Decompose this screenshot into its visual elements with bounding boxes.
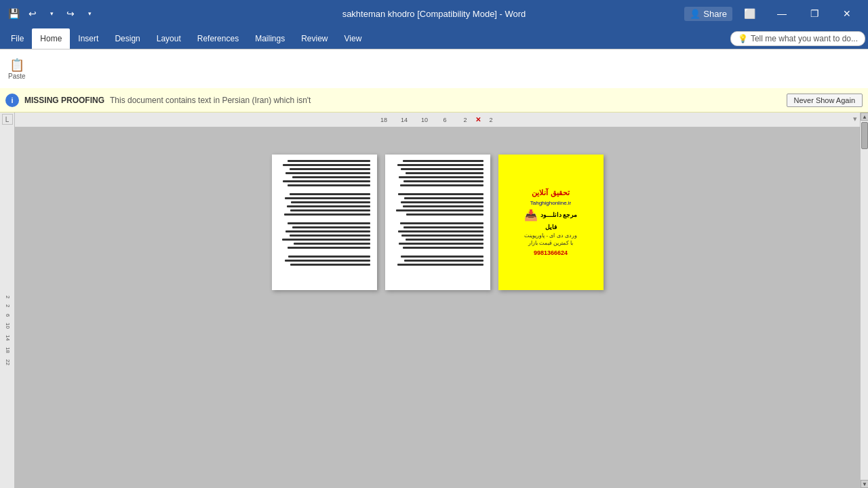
page-canvas: تحقیق آنلاین Tahghighonline.ir 📥 مرجع دا… <box>15 127 860 488</box>
text-line <box>401 256 484 258</box>
text-line <box>398 193 484 195</box>
save-icon[interactable]: 💾 <box>5 5 22 22</box>
pages-row: تحقیق آنلاین Tahghighonline.ir 📥 مرجع دا… <box>272 155 604 290</box>
notification-text: This document contains text in Persian (… <box>110 96 781 105</box>
window-controls: 👤 Share ⬜ — ❐ ✕ <box>679 3 863 24</box>
text-line <box>403 226 483 228</box>
text-line <box>292 226 370 228</box>
notification-title: MISSING PROOFING <box>24 96 104 105</box>
text-line <box>294 243 370 245</box>
ruler-number-list: 18 14 10 6 2 ✕ 2 <box>374 116 501 123</box>
text-line <box>401 235 483 237</box>
document-page-1[interactable] <box>272 155 377 290</box>
text-line <box>290 168 370 170</box>
ad-content: تحقیق آنلاین Tahghighonline.ir 📥 مرجع دا… <box>498 155 604 290</box>
tab-stop-indicator[interactable]: L <box>2 114 13 125</box>
ad-main-title: تحقیق آنلاین <box>532 188 569 197</box>
text-line <box>285 172 370 174</box>
ad-site: Tahghighonline.ir <box>530 200 572 206</box>
ad-line2: فایل <box>545 223 557 232</box>
text-line <box>399 243 483 245</box>
text-line <box>292 176 370 178</box>
text-line <box>285 197 370 199</box>
text-line <box>406 239 484 241</box>
tab-view[interactable]: View <box>336 28 370 49</box>
tab-layout[interactable]: Layout <box>149 28 189 49</box>
text-line <box>404 197 483 199</box>
undo-icon[interactable]: ↩ <box>24 5 41 22</box>
text-line <box>288 160 370 162</box>
text-line <box>400 222 484 224</box>
ribbon-display-button[interactable]: ⬜ <box>734 3 765 24</box>
tab-design[interactable]: Design <box>106 28 148 49</box>
restore-button[interactable]: ❐ <box>799 3 830 24</box>
text-line <box>282 239 370 241</box>
tab-insert[interactable]: Insert <box>70 28 106 49</box>
title-bar: 💾 ↩ ▾ ↪ ▾ sakhteman khodro [Compatibilit… <box>0 0 868 27</box>
ribbon: File Home Insert Design Layout Reference… <box>0 27 868 88</box>
text-line <box>401 201 484 203</box>
tab-references[interactable]: References <box>189 28 247 49</box>
ad-line3: وردی دی ای - پاورپوینت <box>524 232 577 239</box>
text-line <box>399 176 483 178</box>
text-line <box>406 214 483 216</box>
scroll-track[interactable] <box>861 121 868 480</box>
ad-line4: با کمترین قیمت بازار <box>528 239 574 247</box>
document-area: 18 14 10 6 2 ✕ 2 ▾ <box>15 113 860 488</box>
never-show-again-button[interactable]: Never Show Again <box>787 94 863 107</box>
text-line <box>401 168 484 170</box>
tab-mailings[interactable]: Mailings <box>247 28 293 49</box>
ad-phone: 9981366624 <box>534 249 568 256</box>
tab-home[interactable]: Home <box>32 28 70 49</box>
ribbon-tab-list: File Home Insert Design Layout Reference… <box>0 27 868 49</box>
vertical-ruler-numbers: 2 2 6 10 14 18 22 <box>5 296 10 365</box>
text-line <box>283 164 370 166</box>
text-line <box>404 260 483 262</box>
close-button[interactable]: ✕ <box>831 3 863 24</box>
scroll-thumb[interactable] <box>861 122 868 149</box>
text-line <box>284 214 370 216</box>
lightbulb-icon: 💡 <box>738 34 748 43</box>
document-page-3[interactable]: تحقیق آنلاین Tahghighonline.ir 📥 مرجع دا… <box>498 155 604 290</box>
text-line <box>396 209 483 211</box>
undo-dropdown-icon[interactable]: ▾ <box>43 5 60 22</box>
ruler-collapse-icon[interactable]: ▾ <box>853 115 857 123</box>
notification-icon: i <box>5 94 19 107</box>
left-ruler: L 2 2 6 10 14 18 22 <box>0 113 15 488</box>
text-line <box>290 193 370 195</box>
redo-icon[interactable]: ↪ <box>62 5 79 22</box>
tab-file[interactable]: File <box>3 28 32 49</box>
page2-content <box>385 155 490 271</box>
customize-qat-icon[interactable]: ▾ <box>81 5 98 22</box>
scroll-down-button[interactable]: ▼ <box>861 480 868 488</box>
tab-review[interactable]: Review <box>293 28 336 49</box>
quick-access-toolbar: 💾 ↩ ▾ ↪ ▾ <box>5 5 98 22</box>
tell-me-input[interactable]: 💡 Tell me what you want to do... <box>730 31 865 46</box>
main-area: L 2 2 6 10 14 18 22 18 14 10 6 2 <box>0 113 868 488</box>
text-line <box>288 256 370 258</box>
text-line <box>397 164 484 166</box>
text-line <box>400 184 484 186</box>
text-line <box>406 172 484 174</box>
text-line <box>290 235 370 237</box>
text-line <box>291 201 370 203</box>
text-line <box>283 180 370 182</box>
text-line <box>403 205 484 207</box>
text-line <box>285 230 370 232</box>
text-line <box>398 230 484 232</box>
minimize-button[interactable]: — <box>766 3 797 24</box>
document-page-2[interactable] <box>385 155 490 290</box>
share-button[interactable]: 👤 Share <box>684 7 732 21</box>
scroll-up-button[interactable]: ▲ <box>861 113 868 121</box>
share-label: Share <box>703 9 727 19</box>
text-line <box>288 222 370 224</box>
paste-button[interactable]: 📋 Paste <box>8 58 26 80</box>
text-line <box>290 209 370 211</box>
text-line <box>290 264 370 266</box>
ad-line1: مرجع دانلـــود <box>540 211 578 220</box>
share-person-icon: 👤 <box>690 9 701 19</box>
text-line <box>397 264 484 266</box>
window-title: sakhteman khodro [Compatibility Mode] - … <box>342 9 526 19</box>
ribbon-content: 📋 Paste <box>0 49 868 88</box>
vertical-scrollbar[interactable]: ▲ ▼ <box>860 113 868 488</box>
